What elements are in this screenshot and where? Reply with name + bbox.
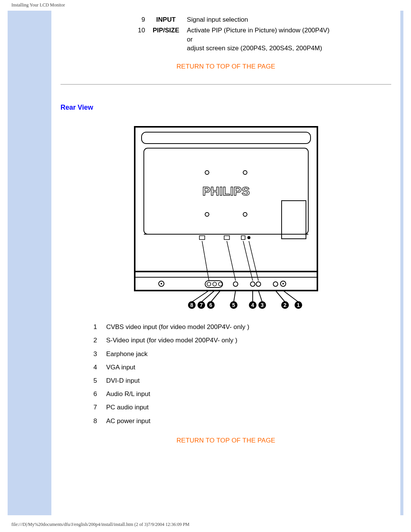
item-number: 3 [83, 347, 102, 361]
svg-point-7 [243, 212, 247, 216]
svg-point-21 [213, 282, 217, 286]
svg-point-12 [247, 236, 250, 239]
table-row: 10 PIP/SIZE Activate PIP (Picture in Pic… [118, 25, 333, 54]
item-desc: AC power input [102, 414, 254, 428]
svg-point-18 [282, 283, 284, 284]
row-desc: Activate PIP (Picture in Picture) window… [183, 25, 333, 54]
svg-rect-11 [241, 236, 245, 240]
row-number: 10 [118, 25, 149, 54]
rear-view-heading: Rear View [61, 104, 391, 112]
svg-line-33 [276, 291, 285, 302]
callout-4: 4 [251, 302, 254, 308]
callout-6: 6 [209, 302, 212, 308]
callout-1: 1 [297, 302, 300, 308]
svg-point-4 [205, 171, 209, 174]
item-desc: Earphone jack [102, 347, 254, 361]
row-desc: Signal input selection [183, 14, 333, 25]
list-item: 4VGA input [83, 361, 254, 374]
item-desc: S-Video input (for video model 200P4V- o… [102, 334, 254, 347]
svg-point-23 [233, 282, 238, 286]
return-to-top-link[interactable]: RETURN TO TOP OF THE PAGE [61, 63, 391, 70]
item-number: 1 [83, 320, 102, 334]
rear-connector-list: 1CVBS video input (for video model 200P4… [83, 320, 254, 428]
svg-rect-1 [142, 132, 311, 144]
table-row: 9 INPUT Signal input selection [118, 14, 333, 25]
svg-line-27 [192, 291, 209, 302]
item-number: 6 [83, 387, 102, 401]
svg-point-5 [243, 171, 247, 174]
item-desc: CVBS video input (for video model 200P4V… [102, 320, 254, 334]
row-label: PIP/SIZE [149, 25, 183, 54]
svg-point-24 [250, 282, 255, 286]
callout-7: 7 [200, 302, 203, 308]
list-item: 8AC power input [83, 414, 254, 428]
svg-line-30 [234, 291, 236, 302]
sidebar-blue-right [400, 11, 403, 515]
item-desc: VGA input [102, 361, 254, 374]
callout-5: 5 [232, 302, 235, 308]
callout-2: 2 [284, 302, 287, 308]
list-item: 2S-Video input (for video model 200P4V- … [83, 334, 254, 347]
footer-path: file:///D|/My%20documents/dfu/J/english/… [11, 522, 190, 527]
svg-line-35 [202, 241, 209, 281]
list-item: 7PC audio input [83, 401, 254, 414]
svg-point-20 [207, 282, 211, 286]
svg-rect-9 [199, 236, 205, 240]
svg-point-16 [161, 283, 162, 284]
svg-line-34 [283, 291, 298, 302]
list-item: 3Earphone jack [83, 347, 254, 361]
svg-line-37 [243, 241, 253, 281]
svg-line-36 [227, 241, 236, 281]
item-desc: Audio R/L input [102, 387, 254, 401]
item-number: 7 [83, 401, 102, 414]
svg-point-25 [256, 282, 261, 286]
svg-rect-3 [282, 201, 306, 239]
item-number: 4 [83, 361, 102, 374]
top-button-table: 9 INPUT Signal input selection 10 PIP/SI… [118, 14, 333, 54]
row-number: 9 [118, 14, 149, 25]
svg-line-32 [258, 291, 262, 302]
svg-line-38 [249, 241, 258, 281]
item-desc: PC audio input [102, 401, 254, 414]
sidebar-blue-left [8, 11, 51, 515]
svg-rect-19 [205, 281, 223, 288]
content-area: 9 INPUT Signal input selection 10 PIP/SI… [51, 11, 400, 515]
item-number: 5 [83, 374, 102, 387]
list-item: 6Audio R/L input [83, 387, 254, 401]
callout-3: 3 [261, 302, 264, 308]
list-item: 1CVBS video input (for video model 200P4… [83, 320, 254, 334]
separator [61, 84, 391, 85]
rear-view-diagram: PHILIPS [61, 123, 391, 310]
header-title: Installing Your LCD Monitor [11, 2, 65, 8]
item-number: 8 [83, 414, 102, 428]
item-number: 2 [83, 334, 102, 347]
item-desc: DVI-D input [102, 374, 254, 387]
svg-point-6 [205, 212, 209, 216]
brand-logo: PHILIPS [202, 184, 249, 198]
list-item: 5DVI-D input [83, 374, 254, 387]
callout-8: 8 [190, 302, 193, 308]
row-label: INPUT [149, 14, 183, 25]
return-to-top-link[interactable]: RETURN TO TOP OF THE PAGE [61, 437, 391, 444]
svg-point-26 [273, 282, 278, 286]
svg-point-22 [218, 282, 222, 286]
svg-rect-10 [224, 236, 229, 240]
